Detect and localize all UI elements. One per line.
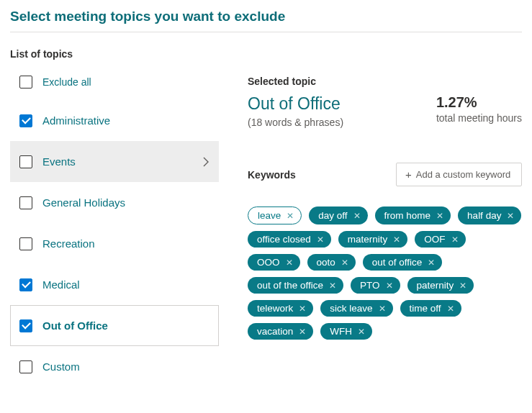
keyword-chip[interactable]: day off✕ xyxy=(309,206,367,224)
exclude-all-checkbox[interactable] xyxy=(19,76,32,88)
keyword-chip-label: out of the office xyxy=(257,280,323,291)
selected-topic-heading: Selected topic xyxy=(248,76,522,87)
keyword-chip-label: sick leave xyxy=(330,303,372,314)
keyword-chip-label: OOO xyxy=(257,257,280,268)
keyword-chip[interactable]: from home✕ xyxy=(375,206,451,224)
keyword-chip-label: leave xyxy=(258,210,281,221)
keyword-chip[interactable]: out of the office✕ xyxy=(248,277,343,294)
remove-keyword-icon[interactable]: ✕ xyxy=(299,304,306,313)
remove-keyword-icon[interactable]: ✕ xyxy=(329,281,336,290)
remove-keyword-icon[interactable]: ✕ xyxy=(459,281,466,290)
remove-keyword-icon[interactable]: ✕ xyxy=(358,327,365,336)
page-title: Select meeting topics you want to exclud… xyxy=(10,7,522,32)
keyword-chip-label: telework xyxy=(257,303,293,314)
selected-topic-name: Out of Office xyxy=(248,94,343,114)
keyword-chip-label: office closed xyxy=(257,234,311,245)
remove-keyword-icon[interactable]: ✕ xyxy=(286,258,293,267)
exclude-all-label: Exclude all xyxy=(42,76,91,88)
remove-keyword-icon[interactable]: ✕ xyxy=(436,212,443,220)
remove-keyword-icon[interactable]: ✕ xyxy=(341,258,348,267)
keyword-chip[interactable]: office closed✕ xyxy=(248,231,331,248)
topic-checkbox[interactable] xyxy=(19,278,32,291)
keyword-chip[interactable]: vacation✕ xyxy=(248,323,313,340)
topic-checkbox[interactable] xyxy=(19,237,32,250)
keyword-chip-label: ooto xyxy=(317,257,335,268)
keyword-chip[interactable]: time off✕ xyxy=(400,300,461,317)
remove-keyword-icon[interactable]: ✕ xyxy=(379,304,386,313)
topic-row[interactable]: Out of Office xyxy=(10,305,219,346)
topic-label: Medical xyxy=(42,278,80,291)
topic-row[interactable]: Custom xyxy=(10,346,219,387)
remove-keyword-icon[interactable]: ✕ xyxy=(507,212,514,220)
remove-keyword-icon[interactable]: ✕ xyxy=(287,212,294,220)
keyword-chip-label: from home xyxy=(384,210,431,221)
divider xyxy=(10,32,522,32)
keyword-chips: leave✕day off✕from home✕half day✕office … xyxy=(248,206,522,340)
topic-label: Out of Office xyxy=(42,319,108,332)
topic-checkbox[interactable] xyxy=(19,114,32,127)
topic-row[interactable]: Recreation xyxy=(10,223,219,264)
keywords-heading: Keywords xyxy=(248,169,296,181)
remove-keyword-icon[interactable]: ✕ xyxy=(299,327,306,336)
keyword-chip[interactable]: sick leave✕ xyxy=(320,300,392,317)
remove-keyword-icon[interactable]: ✕ xyxy=(353,212,361,220)
add-keyword-input[interactable]: + Add a custom keyword xyxy=(396,163,522,186)
keyword-chip[interactable]: half day✕ xyxy=(458,206,521,224)
keyword-chip-label: vacation xyxy=(257,326,293,337)
topic-checkbox[interactable] xyxy=(19,196,32,209)
topic-row[interactable]: General Holidays xyxy=(10,182,219,223)
remove-keyword-icon[interactable]: ✕ xyxy=(447,304,454,313)
exclude-all-row[interactable]: Exclude all xyxy=(10,70,219,94)
keyword-chip-label: maternity xyxy=(348,234,388,245)
topic-row[interactable]: Events xyxy=(10,141,219,182)
topic-row[interactable]: Medical xyxy=(10,264,219,305)
chevron-right-icon xyxy=(202,157,209,167)
keyword-chip-label: OOF xyxy=(424,234,445,245)
topic-label: Events xyxy=(42,155,76,168)
topics-list: Exclude all AdministrativeEventsGeneral … xyxy=(10,70,219,387)
keyword-chip[interactable]: maternity✕ xyxy=(338,231,408,248)
keyword-chip-label: day off xyxy=(318,210,347,221)
keyword-chip[interactable]: out of office✕ xyxy=(363,254,443,271)
keyword-chip[interactable]: OOF✕ xyxy=(415,231,465,248)
keyword-chip[interactable]: leave✕ xyxy=(248,206,302,224)
keyword-chip-label: out of office xyxy=(372,257,423,268)
keyword-chip-label: time off xyxy=(410,303,441,314)
remove-keyword-icon[interactable]: ✕ xyxy=(317,235,324,244)
topic-label: Recreation xyxy=(42,237,95,250)
keyword-chip-label: half day xyxy=(467,210,501,221)
keyword-chip[interactable]: OOO✕ xyxy=(248,254,300,271)
keyword-chip[interactable]: ooto✕ xyxy=(307,254,356,271)
topic-checkbox[interactable] xyxy=(19,360,32,373)
keyword-chip[interactable]: WFH✕ xyxy=(320,323,372,340)
keyword-chip[interactable]: telework✕ xyxy=(248,300,313,317)
topic-label: Administrative xyxy=(42,114,110,127)
stat-label: total meeting hours xyxy=(436,112,522,124)
remove-keyword-icon[interactable]: ✕ xyxy=(451,235,459,244)
plus-icon: + xyxy=(405,169,412,180)
keyword-chip[interactable]: PTO✕ xyxy=(351,277,400,294)
stat-value: 1.27% xyxy=(436,94,522,111)
keyword-chip-label: WFH xyxy=(330,326,352,337)
detail-panel: Selected topic Out of Office (18 words &… xyxy=(248,70,522,387)
selected-topic-subtitle: (18 words & phrases) xyxy=(248,117,343,128)
add-keyword-placeholder: Add a custom keyword xyxy=(416,169,511,180)
keyword-chip-label: PTO xyxy=(360,280,380,291)
topic-checkbox[interactable] xyxy=(19,155,32,168)
keyword-chip-label: paternity xyxy=(417,280,454,291)
topic-checkbox[interactable] xyxy=(19,319,32,332)
remove-keyword-icon[interactable]: ✕ xyxy=(393,235,400,244)
remove-keyword-icon[interactable]: ✕ xyxy=(428,258,435,267)
topic-label: General Holidays xyxy=(42,196,125,209)
remove-keyword-icon[interactable]: ✕ xyxy=(386,281,393,290)
keyword-chip[interactable]: paternity✕ xyxy=(407,277,474,294)
topic-row[interactable]: Administrative xyxy=(10,100,219,141)
list-heading: List of topics xyxy=(10,48,522,60)
topic-label: Custom xyxy=(42,360,80,373)
